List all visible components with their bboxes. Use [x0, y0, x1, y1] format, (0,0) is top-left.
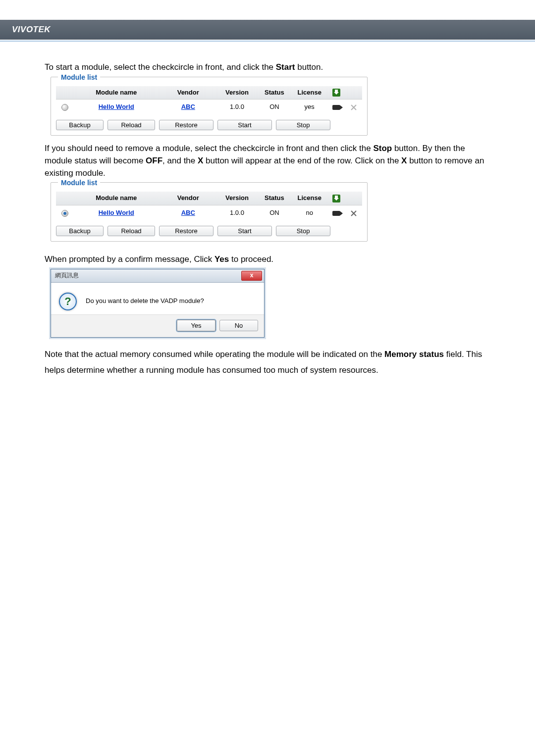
- close-icon[interactable]: x: [241, 271, 262, 281]
- button-row: Backup Reload Restore Start Stop: [56, 226, 362, 236]
- cell-status: ON: [257, 100, 292, 115]
- delete-icon[interactable]: [350, 210, 357, 217]
- module-table-2: Module name Vendor Version Status Licens…: [56, 192, 362, 221]
- table-row: Hello World ABC 1.0.0 ON no: [56, 205, 362, 221]
- cell-version: 1.0.0: [217, 205, 257, 221]
- header-bar: VIVOTEK: [0, 20, 535, 40]
- cell-status: ON: [257, 205, 292, 221]
- reload-button[interactable]: Reload: [107, 120, 155, 130]
- paragraph-start: To start a module, select the checkcircl…: [45, 61, 490, 74]
- stop-button[interactable]: Stop: [276, 120, 330, 130]
- col-vendor: Vendor: [159, 192, 217, 205]
- camera-icon[interactable]: [332, 211, 340, 216]
- col-license: License: [292, 192, 327, 205]
- backup-button[interactable]: Backup: [56, 226, 104, 236]
- download-icon[interactable]: [332, 195, 340, 202]
- col-vendor: Vendor: [159, 86, 217, 100]
- table-header-row: Module name Vendor Version Status Licens…: [56, 86, 362, 100]
- paragraph-remove: If you should need to remove a module, s…: [45, 143, 490, 179]
- vendor-link[interactable]: ABC: [181, 209, 195, 216]
- col-version: Version: [217, 86, 257, 100]
- yes-button[interactable]: Yes: [177, 320, 215, 331]
- start-button[interactable]: Start: [217, 120, 272, 130]
- col-license: License: [292, 86, 327, 100]
- col-version: Version: [217, 192, 257, 205]
- module-list-box-1: Module list Module name Vendor Version S…: [51, 77, 368, 136]
- reload-button[interactable]: Reload: [107, 226, 155, 236]
- col-status: Status: [257, 192, 292, 205]
- dialog-message: Do you want to delete the VADP module?: [86, 297, 204, 306]
- start-button[interactable]: Start: [217, 226, 272, 236]
- module-name-link[interactable]: Hello World: [99, 209, 134, 216]
- download-icon[interactable]: [332, 89, 340, 97]
- camera-icon[interactable]: [332, 105, 340, 110]
- row-radio[interactable]: [61, 104, 68, 111]
- dialog-titlebar: 網頁訊息 x: [51, 269, 264, 283]
- paragraph-confirm: When prompted by a confirm message, Clic…: [45, 253, 490, 266]
- delete-icon: [350, 104, 357, 111]
- table-header-row: Module name Vendor Version Status Licens…: [56, 192, 362, 205]
- module-table-1: Module name Vendor Version Status Licens…: [56, 86, 362, 115]
- paragraph-memory: Note that the actual memory consumed whi…: [45, 347, 490, 379]
- confirm-dialog: 網頁訊息 x ? Do you want to delete the VADP …: [51, 269, 265, 338]
- cell-license: no: [292, 205, 327, 221]
- row-radio[interactable]: [61, 210, 68, 217]
- cell-license: yes: [292, 100, 327, 115]
- col-module-name: Module name: [73, 86, 159, 100]
- question-icon: ?: [59, 293, 77, 310]
- button-row: Backup Reload Restore Start Stop: [56, 120, 362, 130]
- brand-title: VIVOTEK: [12, 24, 51, 36]
- cell-version: 1.0.0: [217, 100, 257, 115]
- table-row: Hello World ABC 1.0.0 ON yes: [56, 100, 362, 115]
- vendor-link[interactable]: ABC: [181, 103, 195, 110]
- col-status: Status: [257, 86, 292, 100]
- restore-button[interactable]: Restore: [159, 226, 214, 236]
- module-name-link[interactable]: Hello World: [99, 103, 134, 110]
- backup-button[interactable]: Backup: [56, 120, 104, 130]
- module-list-box-2: Module list Module name Vendor Version S…: [51, 182, 368, 242]
- dialog-title: 網頁訊息: [55, 271, 79, 280]
- no-button[interactable]: No: [219, 320, 258, 331]
- module-list-legend: Module list: [58, 72, 100, 82]
- module-list-legend: Module list: [58, 178, 100, 188]
- col-module-name: Module name: [73, 192, 159, 205]
- restore-button[interactable]: Restore: [159, 120, 214, 130]
- stop-button[interactable]: Stop: [276, 226, 330, 236]
